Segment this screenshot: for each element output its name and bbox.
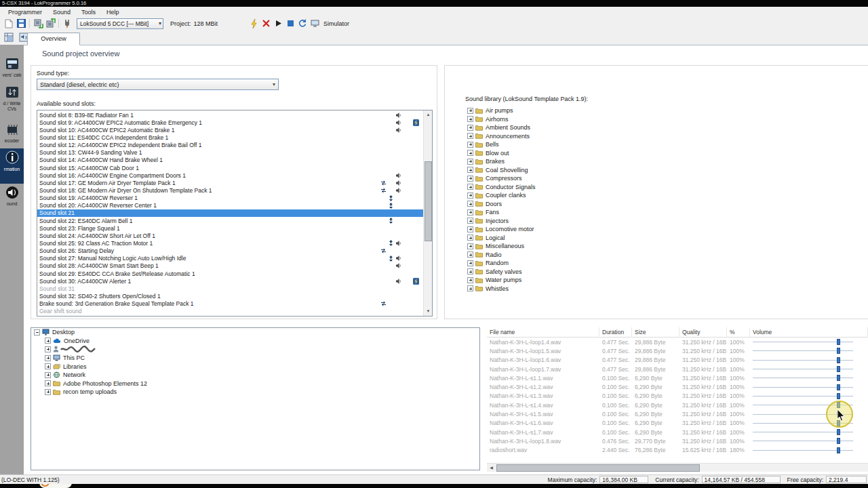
sound-slot[interactable]: Sound slot 20: AC4400CW Reverser Center … bbox=[37, 202, 423, 209]
sound-slot[interactable]: Sound slot 27: Manual Notching Logic Aut… bbox=[37, 255, 423, 262]
file-tree-item[interactable]: Desktop bbox=[31, 328, 479, 337]
expand-minus-icon[interactable] bbox=[34, 329, 40, 336]
cv-table-icon[interactable] bbox=[3, 31, 15, 43]
volume-slider-thumb[interactable] bbox=[837, 339, 840, 345]
volume-slider-thumb[interactable] bbox=[837, 429, 840, 435]
expand-plus-icon[interactable] bbox=[45, 363, 51, 369]
expand-plus-icon[interactable] bbox=[467, 235, 473, 241]
library-folder[interactable]: Ambient Sounds bbox=[467, 123, 793, 132]
volume-slider-thumb[interactable] bbox=[837, 393, 840, 399]
library-folder[interactable]: Random bbox=[467, 259, 793, 268]
library-folder[interactable]: Blow out bbox=[467, 149, 793, 158]
column-volume[interactable]: Volume bbox=[750, 327, 868, 338]
sound-slot[interactable]: Sound slot 8: B39-8E Radiator Fan 1 bbox=[37, 111, 423, 119]
sound-slot[interactable]: Brake sound: 3rd Generation Brake Squeal… bbox=[37, 300, 423, 308]
wav-file-row[interactable]: Nathan-K-3H-L-loop1.8.wav0.476 Sec.29,77… bbox=[487, 436, 868, 445]
library-folder[interactable]: Announcements bbox=[467, 132, 793, 141]
sound-slot[interactable]: Sound slot 14: AC4400CW Hand Brake Wheel… bbox=[37, 157, 423, 164]
wav-file-row[interactable]: Nathan-K-3H-L-loop1.5.wav0.477 Sec.29,88… bbox=[487, 346, 868, 355]
sound-slot[interactable]: Sound slot 24: AC4400CW Short Air Let Of… bbox=[37, 232, 423, 239]
sound-slot[interactable]: Sound slot 30: AC4400CW Alerter 1 bbox=[37, 277, 423, 285]
expand-plus-icon[interactable] bbox=[467, 277, 473, 283]
library-folder[interactable]: Coal Shovelling bbox=[467, 166, 793, 175]
volume-slider-thumb[interactable] bbox=[837, 375, 840, 381]
wav-file-row[interactable]: Nathan-K-3H-L-s1.5.wav0.100 Sec.6,290 By… bbox=[487, 409, 868, 418]
sound-slot[interactable]: Sound slot 25: 92 Class AC Traction Moto… bbox=[37, 239, 423, 247]
sound-slot[interactable]: Sound slot 22: ES40DC Alarm Bell 1 bbox=[37, 217, 423, 224]
sound-slot[interactable]: Sound slot 15: AC4400CW Cab Door 1 bbox=[37, 164, 423, 171]
decoder-type-dropdown[interactable]: LokSound 5 DCC [--- MBit] ▾ bbox=[77, 18, 163, 29]
sound-slot[interactable]: Sound slot 28: AC4400CW Smart Start Beep… bbox=[37, 262, 423, 270]
volume-slider[interactable] bbox=[753, 350, 853, 351]
expand-plus-icon[interactable] bbox=[467, 226, 473, 232]
simulator-icon[interactable] bbox=[309, 18, 321, 29]
scrollbar-thumb[interactable] bbox=[496, 464, 700, 472]
volume-slider[interactable] bbox=[753, 432, 853, 432]
library-folder[interactable]: Conductor Signals bbox=[467, 183, 793, 192]
volume-slider-thumb[interactable] bbox=[837, 348, 840, 354]
sidebar-item[interactable]: rmation bbox=[0, 148, 24, 184]
table-h-scrollbar[interactable]: ◀ bbox=[487, 463, 868, 472]
library-folder[interactable]: Bells bbox=[467, 140, 793, 149]
expand-plus-icon[interactable] bbox=[467, 159, 473, 165]
volume-slider[interactable] bbox=[753, 450, 853, 451]
expand-plus-icon[interactable] bbox=[467, 133, 473, 139]
scrollbar-thumb[interactable] bbox=[425, 161, 432, 241]
volume-slider[interactable] bbox=[753, 378, 853, 378]
expand-plus-icon[interactable] bbox=[467, 176, 473, 182]
save-project-icon[interactable] bbox=[15, 18, 27, 29]
stop-playback-icon[interactable] bbox=[284, 18, 296, 29]
library-folder[interactable]: Airhorns bbox=[467, 115, 793, 124]
sound-slot[interactable]: Sound slot 18: GE Modern Air Dryer On Sh… bbox=[37, 186, 423, 194]
expand-plus-icon[interactable] bbox=[45, 372, 51, 378]
file-tree-item[interactable]: Network bbox=[31, 371, 479, 380]
column--[interactable]: % bbox=[727, 327, 750, 338]
sound-slot[interactable]: Sound slot 32: SD40-2 Shutters Open/Clos… bbox=[37, 292, 423, 300]
volume-slider[interactable] bbox=[753, 369, 853, 369]
expand-plus-icon[interactable] bbox=[467, 201, 473, 207]
library-folder[interactable]: Doors bbox=[467, 200, 793, 209]
file-tree-item[interactable]: recon temp uploads bbox=[31, 388, 479, 396]
wav-file-row[interactable]: Nathan-K-3H-L-s1.6.wav0.100 Sec.6,290 By… bbox=[487, 419, 868, 428]
volume-slider-thumb[interactable] bbox=[837, 357, 840, 363]
expand-plus-icon[interactable] bbox=[467, 285, 473, 291]
library-folder[interactable]: Compressors bbox=[467, 174, 793, 183]
library-folder[interactable]: Miscellaneous bbox=[467, 242, 793, 251]
library-folder[interactable]: Logical bbox=[467, 234, 793, 243]
sound-slot[interactable]: Gear shift sound bbox=[37, 308, 423, 315]
expand-plus-icon[interactable] bbox=[467, 268, 473, 274]
wav-file-row[interactable]: Nathan-K-3H-L-s1.1.wav0.100 Sec.6,290 By… bbox=[487, 373, 868, 382]
expand-plus-icon[interactable] bbox=[467, 108, 473, 114]
expand-plus-icon[interactable] bbox=[467, 192, 473, 199]
expand-plus-icon[interactable] bbox=[467, 150, 473, 156]
library-folder[interactable]: Fans bbox=[467, 208, 793, 217]
volume-slider[interactable] bbox=[753, 342, 853, 342]
volume-slider[interactable] bbox=[753, 360, 853, 361]
expand-plus-icon[interactable] bbox=[467, 209, 473, 216]
column-file-name[interactable]: File name bbox=[487, 327, 599, 338]
sound-slot[interactable]: Sound slot 19: AC4400CW Reverser 1 bbox=[37, 195, 423, 202]
expand-plus-icon[interactable] bbox=[467, 251, 473, 258]
wav-file-row[interactable]: Nathan-K-3H-L-loop1.7.wav0.477 Sec.29,88… bbox=[487, 365, 868, 373]
sound-slot[interactable]: Sound slot 13: CW44-9 Sanding Valve 1 bbox=[37, 149, 423, 157]
expand-plus-icon[interactable] bbox=[45, 380, 51, 386]
sidebar-item[interactable]: vers' cab bbox=[0, 56, 24, 78]
expand-plus-icon[interactable] bbox=[467, 218, 473, 224]
library-folder[interactable]: Injectors bbox=[467, 217, 793, 226]
wav-file-row[interactable]: radioshort.wav2.440 Sec.76,286 Byte15.62… bbox=[487, 446, 868, 455]
expand-plus-icon[interactable] bbox=[45, 389, 51, 395]
volume-slider-thumb[interactable] bbox=[837, 384, 840, 390]
library-folder[interactable]: Brakes bbox=[467, 157, 793, 166]
menu-programmer[interactable]: Programmer bbox=[3, 9, 47, 16]
sidebar-item[interactable]: d / Write CVs bbox=[0, 84, 24, 112]
menu-sound[interactable]: Sound bbox=[47, 9, 76, 16]
expand-plus-icon[interactable] bbox=[45, 338, 51, 344]
power-flash-icon[interactable] bbox=[248, 18, 260, 29]
column-size[interactable]: Size bbox=[632, 327, 679, 338]
library-folder[interactable]: Radio bbox=[467, 251, 793, 260]
write-to-decoder-icon[interactable] bbox=[44, 18, 56, 29]
stop-power-icon[interactable] bbox=[260, 18, 272, 29]
expand-plus-icon[interactable] bbox=[467, 116, 473, 122]
sound-slot[interactable]: Sound slot 26: Starting Delay bbox=[37, 247, 423, 255]
sound-slot[interactable]: Sound slot 31 bbox=[37, 285, 423, 292]
